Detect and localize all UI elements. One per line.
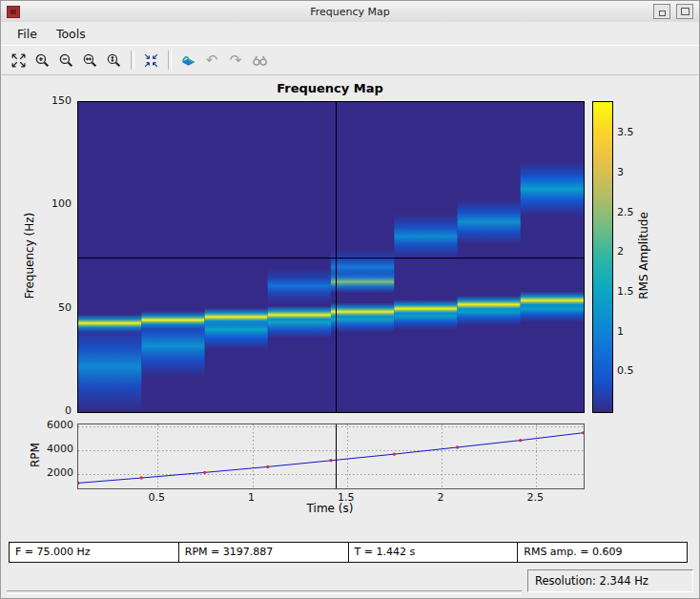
toolbar-separator bbox=[131, 51, 134, 70]
figure-area: Frequency Map Frequency (Hz) RMS Amplitu… bbox=[1, 73, 700, 537]
freq-ytick-label: 0 bbox=[41, 404, 72, 418]
menubar: File Tools bbox=[1, 22, 699, 45]
titlebar[interactable]: Frequency Map bbox=[1, 1, 699, 23]
redo-button[interactable]: ↷ bbox=[224, 49, 247, 72]
reset-view-button[interactable] bbox=[139, 49, 162, 72]
minimize-icon bbox=[659, 10, 666, 16]
minimize-button[interactable] bbox=[653, 4, 670, 19]
time-xtick-label: 0.5 bbox=[137, 491, 175, 505]
colorbar-tick-label: 2 bbox=[617, 245, 646, 258]
maximize-button[interactable] bbox=[676, 4, 693, 19]
readout-rms: RMS amp. = 0.609 bbox=[517, 542, 688, 563]
freq-ytick-label: 50 bbox=[41, 301, 72, 315]
time-xtick-label: 1.5 bbox=[327, 491, 365, 505]
menu-tools[interactable]: Tools bbox=[51, 25, 91, 43]
toolbar-separator bbox=[168, 51, 172, 70]
surface-button[interactable] bbox=[176, 49, 199, 72]
undo-button[interactable]: ↶ bbox=[200, 49, 223, 72]
undo-icon: ↶ bbox=[206, 53, 218, 68]
zoom-in-button[interactable] bbox=[31, 49, 53, 72]
readout-frequency: F = 75.000 Hz bbox=[9, 542, 179, 563]
surface-icon bbox=[180, 52, 196, 69]
zoom-x-icon bbox=[82, 52, 98, 69]
app-window: Frequency Map File Tools bbox=[0, 0, 700, 599]
readout-time: T = 1.442 s bbox=[348, 542, 519, 563]
colorbar-tick-label: 1.5 bbox=[617, 285, 646, 299]
freq-ytick-label: 100 bbox=[41, 197, 72, 211]
maximize-icon bbox=[681, 8, 690, 15]
rpm-ytick-label: 6000 bbox=[39, 419, 73, 432]
reset-view-icon bbox=[143, 52, 159, 69]
zoom-y-button[interactable] bbox=[102, 49, 125, 72]
zoom-out-button[interactable] bbox=[54, 49, 77, 72]
toolbar: ↶ ↷ bbox=[1, 45, 699, 75]
colorbar-tick-label: 3 bbox=[617, 166, 646, 179]
rpm-ytick-label: 2000 bbox=[39, 466, 73, 480]
readout-bar: F = 75.000 Hz RPM = 3197.887 T = 1.442 s… bbox=[9, 542, 688, 563]
main-ylabel: Frequency (Hz) bbox=[23, 213, 36, 300]
binoculars-button[interactable] bbox=[248, 49, 271, 72]
resolution-panel: Resolution: 2.344 Hz bbox=[527, 569, 693, 592]
rpm-plot[interactable] bbox=[77, 423, 585, 489]
colorbar[interactable] bbox=[592, 101, 613, 413]
zoom-x-button[interactable] bbox=[78, 49, 101, 72]
time-xtick-label: 2.5 bbox=[516, 491, 554, 505]
colorbar-tick-label: 1 bbox=[617, 325, 646, 339]
zoom-in-icon bbox=[34, 52, 51, 69]
readout-rpm: RPM = 3197.887 bbox=[178, 542, 349, 563]
time-xtick-label: 2 bbox=[422, 491, 460, 505]
expand-button[interactable] bbox=[7, 49, 30, 72]
zoom-out-icon bbox=[58, 52, 74, 69]
freq-ytick-label: 150 bbox=[41, 94, 72, 108]
zoom-y-icon bbox=[106, 52, 122, 69]
statusbar-divider bbox=[7, 590, 522, 594]
window-title: Frequency Map bbox=[1, 6, 699, 18]
redo-icon: ↷ bbox=[230, 53, 242, 68]
menu-file[interactable]: File bbox=[12, 25, 42, 43]
frequency-map-plot[interactable] bbox=[77, 101, 585, 413]
window-menu-button[interactable] bbox=[7, 6, 20, 18]
rpm-ytick-label: 4000 bbox=[39, 443, 73, 456]
time-xtick-label: 1 bbox=[233, 491, 271, 505]
colorbar-tick-label: 3.5 bbox=[617, 126, 646, 139]
expand-icon bbox=[10, 52, 27, 69]
colorbar-tick-label: 0.5 bbox=[617, 364, 646, 378]
binoculars-icon bbox=[252, 52, 268, 69]
colorbar-tick-label: 2.5 bbox=[617, 206, 646, 219]
plot-title: Frequency Map bbox=[77, 81, 583, 95]
window-menu-icon bbox=[10, 10, 16, 14]
